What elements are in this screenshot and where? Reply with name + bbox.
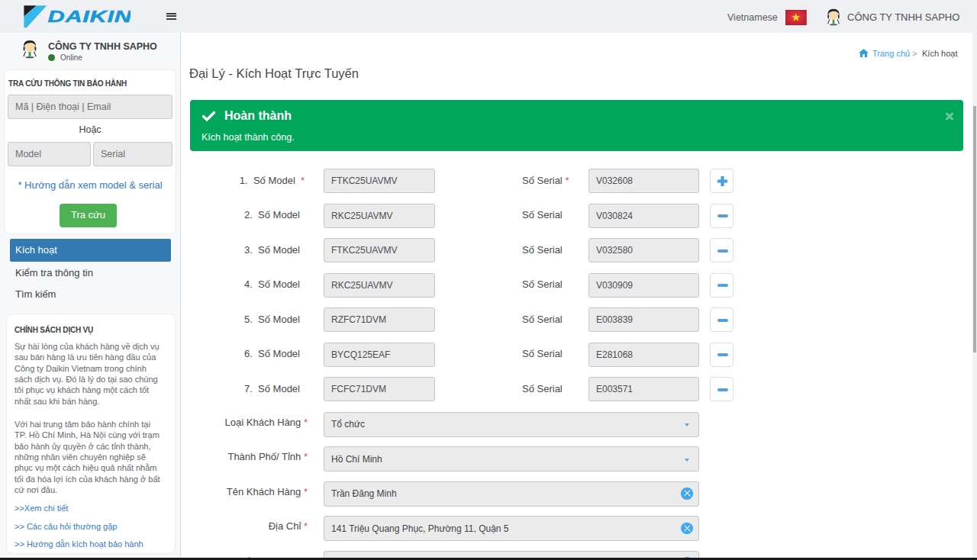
svg-text:DAIKIN: DAIKIN xyxy=(48,7,131,25)
